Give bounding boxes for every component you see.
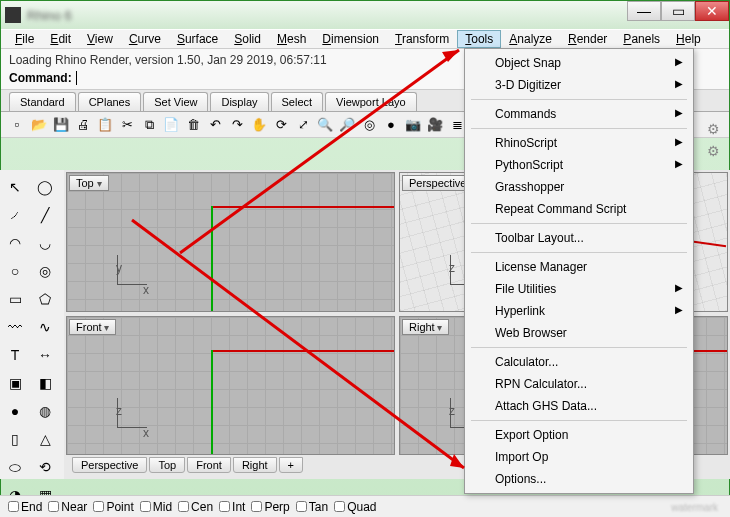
arc2-tool-icon[interactable]: ◡	[32, 230, 58, 256]
zoom-ext-icon[interactable]: ⤢	[293, 115, 313, 135]
menu-item-license-manager[interactable]: License Manager	[467, 256, 691, 278]
osnap-cen-checkbox[interactable]	[178, 501, 189, 512]
menu-item-export-option[interactable]: Export Option	[467, 424, 691, 446]
menu-curve[interactable]: Curve	[121, 30, 169, 48]
osnap-int-checkbox[interactable]	[219, 501, 230, 512]
cam2-icon[interactable]: 🎥	[425, 115, 445, 135]
menu-help[interactable]: Help	[668, 30, 709, 48]
osnap-tan-checkbox[interactable]	[296, 501, 307, 512]
menu-dimension[interactable]: Dimension	[314, 30, 387, 48]
viewport-label[interactable]: Front	[69, 319, 116, 335]
menu-item-file-utilities[interactable]: File Utilities▶	[467, 278, 691, 300]
menu-item-toolbar-layout[interactable]: Toolbar Layout...	[467, 227, 691, 249]
circle2-tool-icon[interactable]: ◎	[32, 258, 58, 284]
menu-mesh[interactable]: Mesh	[269, 30, 314, 48]
cam1-icon[interactable]: 📷	[403, 115, 423, 135]
render-icon[interactable]: ●	[381, 115, 401, 135]
zoom-win-icon[interactable]: 🔍	[315, 115, 335, 135]
text-tool-icon[interactable]: T	[2, 342, 28, 368]
menu-tools[interactable]: Tools	[457, 30, 501, 48]
circle-tool-icon[interactable]: ○	[2, 258, 28, 284]
menu-item-hyperlink[interactable]: Hyperlink▶	[467, 300, 691, 322]
tab-display[interactable]: Display	[210, 92, 268, 111]
target-icon[interactable]: ◎	[359, 115, 379, 135]
viewport-label[interactable]: Right	[402, 319, 449, 335]
viewtab-top[interactable]: Top	[149, 457, 185, 473]
close-button[interactable]: ✕	[695, 1, 729, 21]
viewtab-perspective[interactable]: Perspective	[72, 457, 147, 473]
torus-tool-icon[interactable]: ◍	[32, 398, 58, 424]
tab-viewport-layo[interactable]: Viewport Layo	[325, 92, 417, 111]
clip-icon[interactable]: 📋	[95, 115, 115, 135]
new-icon[interactable]: ▫	[7, 115, 27, 135]
zoom-icon[interactable]: 🔎	[337, 115, 357, 135]
menu-item-3-d-digitizer[interactable]: 3-D Digitizer▶	[467, 74, 691, 96]
menu-item-object-snap[interactable]: Object Snap▶	[467, 52, 691, 74]
line-tool-icon[interactable]: ╱	[32, 202, 58, 228]
menu-item-repeat-command-script[interactable]: Repeat Command Script	[467, 198, 691, 220]
print-icon[interactable]: 🖨	[73, 115, 93, 135]
panel-gear-icon[interactable]: ⚙	[704, 142, 722, 160]
minimize-button[interactable]: —	[627, 1, 661, 21]
solid1-tool-icon[interactable]: ▣	[2, 370, 28, 396]
osnap-perp[interactable]: Perp	[249, 500, 291, 514]
osnap-tan[interactable]: Tan	[294, 500, 330, 514]
pointer-tool-icon[interactable]: ↖	[2, 174, 28, 200]
polyline-tool-icon[interactable]: ⟋	[2, 202, 28, 228]
menu-solid[interactable]: Solid	[226, 30, 269, 48]
tab-standard[interactable]: Standard	[9, 92, 76, 111]
menu-analyze[interactable]: Analyze	[501, 30, 560, 48]
can-icon[interactable]: 🗑	[183, 115, 203, 135]
osnap-mid-checkbox[interactable]	[140, 501, 151, 512]
osnap-point-checkbox[interactable]	[93, 501, 104, 512]
menu-item-rpn-calculator[interactable]: RPN Calculator...	[467, 373, 691, 395]
osnap-mid[interactable]: Mid	[138, 500, 174, 514]
dim-tool-icon[interactable]: ↔	[32, 342, 58, 368]
menu-item-rhinoscript[interactable]: RhinoScript▶	[467, 132, 691, 154]
osnap-near-checkbox[interactable]	[48, 501, 59, 512]
tab-set-view[interactable]: Set View	[143, 92, 208, 111]
menu-item-grasshopper[interactable]: Grasshopper	[467, 176, 691, 198]
viewtab-front[interactable]: Front	[187, 457, 231, 473]
viewtab-right[interactable]: Right	[233, 457, 277, 473]
menu-item-import-op[interactable]: Import Op	[467, 446, 691, 468]
curve2-tool-icon[interactable]: ∿	[32, 314, 58, 340]
arc-tool-icon[interactable]: ◠	[2, 230, 28, 256]
osnap-end-checkbox[interactable]	[8, 501, 19, 512]
save-icon[interactable]: 💾	[51, 115, 71, 135]
solid2-tool-icon[interactable]: ◧	[32, 370, 58, 396]
osnap-end[interactable]: End	[6, 500, 44, 514]
menu-item-calculator[interactable]: Calculator...	[467, 351, 691, 373]
osnap-cen[interactable]: Cen	[176, 500, 215, 514]
undo-icon[interactable]: ↶	[205, 115, 225, 135]
menu-surface[interactable]: Surface	[169, 30, 226, 48]
osnap-int[interactable]: Int	[217, 500, 247, 514]
maximize-button[interactable]: ▭	[661, 1, 695, 21]
rotate-icon[interactable]: ⟳	[271, 115, 291, 135]
osnap-near[interactable]: Near	[46, 500, 89, 514]
cyl-tool-icon[interactable]: ▯	[2, 426, 28, 452]
viewport-top[interactable]: Top yx	[66, 172, 395, 312]
menu-file[interactable]: File	[7, 30, 42, 48]
copy-icon[interactable]: ⧉	[139, 115, 159, 135]
menu-view[interactable]: View	[79, 30, 121, 48]
viewport-label[interactable]: Top	[69, 175, 109, 191]
menu-item-web-browser[interactable]: Web Browser	[467, 322, 691, 344]
menu-item-pythonscript[interactable]: PythonScript▶	[467, 154, 691, 176]
lasso-tool-icon[interactable]: ◯	[32, 174, 58, 200]
rect-tool-icon[interactable]: ▭	[2, 286, 28, 312]
pipe-tool-icon[interactable]: ⬭	[2, 454, 28, 480]
viewtab-add[interactable]: +	[279, 457, 303, 473]
menu-item-options[interactable]: Options...	[467, 468, 691, 490]
tab-cplanes[interactable]: CPlanes	[78, 92, 142, 111]
tab-select[interactable]: Select	[271, 92, 324, 111]
redo-icon[interactable]: ↷	[227, 115, 247, 135]
panel-gear-icon[interactable]: ⚙	[704, 120, 722, 138]
revolve-tool-icon[interactable]: ⟲	[32, 454, 58, 480]
curve-tool-icon[interactable]: 〰	[2, 314, 28, 340]
menu-edit[interactable]: Edit	[42, 30, 79, 48]
osnap-quad-checkbox[interactable]	[334, 501, 345, 512]
osnap-perp-checkbox[interactable]	[251, 501, 262, 512]
menu-panels[interactable]: Panels	[615, 30, 668, 48]
cone-tool-icon[interactable]: △	[32, 426, 58, 452]
